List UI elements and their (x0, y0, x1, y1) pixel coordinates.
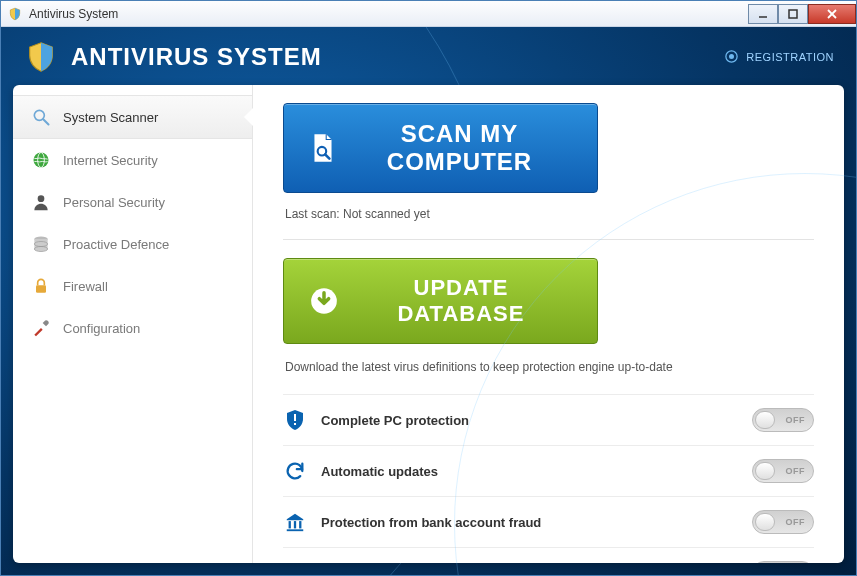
sidebar-item-internet-security[interactable]: Internet Security (13, 139, 252, 181)
stage-background: ANTIVIRUS SYSTEM REGISTRATION System Sca… (1, 27, 856, 575)
main-content: SCAN MY COMPUTER Last scan: Not scanned … (253, 85, 844, 563)
feature-row-auto-updates: Automatic updates OFF (283, 445, 814, 496)
magnifier-icon (31, 107, 51, 127)
bank-icon (283, 510, 307, 534)
shield-alert-icon (283, 408, 307, 432)
content-panel: System Scanner Internet Security Persona… (13, 85, 844, 563)
update-database-button[interactable]: UPDATE DATABASE (283, 258, 598, 344)
globe-icon (31, 150, 51, 170)
feature-toggle[interactable]: OFF (752, 459, 814, 483)
feature-row-bank-fraud: Protection from bank account fraud OFF (283, 496, 814, 547)
svg-rect-19 (294, 423, 296, 425)
lock-icon (31, 276, 51, 296)
svg-line-7 (44, 120, 49, 125)
feature-label: Complete PC protection (321, 413, 469, 428)
svg-rect-18 (294, 414, 296, 421)
feature-toggle[interactable]: OFF (752, 408, 814, 432)
toggle-knob (755, 513, 775, 531)
svg-rect-20 (287, 529, 304, 531)
feature-toggle[interactable]: OFF (752, 510, 814, 534)
tools-icon (31, 318, 51, 338)
sidebar-item-label: Personal Security (63, 195, 165, 210)
update-button-label: UPDATE DATABASE (351, 275, 571, 327)
database-icon (31, 234, 51, 254)
app-shield-icon (7, 6, 23, 22)
registration-label: REGISTRATION (746, 51, 834, 63)
close-button[interactable] (808, 4, 856, 24)
feature-label: Protection from bank account fraud (321, 515, 541, 530)
feature-row-complete-protection: Complete PC protection OFF (283, 394, 814, 445)
sidebar-item-label: System Scanner (63, 110, 158, 125)
toggle-knob (755, 462, 775, 480)
toggle-knob (755, 411, 775, 429)
person-icon (31, 192, 51, 212)
svg-point-8 (34, 153, 49, 168)
window-title: Antivirus System (29, 7, 118, 21)
svg-point-10 (38, 195, 45, 202)
feature-row-self-protection: Self-protection from malware OFF (283, 547, 814, 563)
svg-rect-1 (789, 10, 797, 18)
scan-computer-button[interactable]: SCAN MY COMPUTER (283, 103, 598, 193)
sidebar-item-label: Proactive Defence (63, 237, 169, 252)
sidebar-item-firewall[interactable]: Firewall (13, 265, 252, 307)
registration-link[interactable]: REGISTRATION (724, 49, 834, 65)
sidebar-item-configuration[interactable]: Configuration (13, 307, 252, 349)
brand-shield-icon (23, 39, 59, 75)
document-search-icon (310, 131, 336, 165)
svg-rect-22 (294, 521, 296, 528)
sidebar-item-label: Firewall (63, 279, 108, 294)
sidebar-item-label: Internet Security (63, 153, 158, 168)
toggle-state: OFF (786, 415, 806, 425)
app-header: ANTIVIRUS SYSTEM REGISTRATION (23, 39, 834, 75)
sidebar-item-system-scanner[interactable]: System Scanner (13, 95, 252, 139)
sidebar: System Scanner Internet Security Persona… (13, 85, 253, 563)
toggle-state: OFF (786, 517, 806, 527)
sidebar-item-proactive-defence[interactable]: Proactive Defence (13, 223, 252, 265)
titlebar: Antivirus System (1, 1, 856, 27)
last-scan-status: Last scan: Not scanned yet (285, 207, 814, 221)
divider (283, 239, 814, 240)
window-controls (748, 4, 856, 24)
refresh-icon (283, 459, 307, 483)
update-description: Download the latest virus definitions to… (285, 360, 814, 374)
registration-icon (724, 49, 740, 65)
app-window: Antivirus System ANTIVIRUS SYSTEM REGIST… (0, 0, 857, 576)
sidebar-item-personal-security[interactable]: Personal Security (13, 181, 252, 223)
bug-icon (283, 561, 307, 563)
download-circle-icon (310, 284, 339, 318)
svg-rect-23 (299, 521, 301, 528)
brand-title: ANTIVIRUS SYSTEM (71, 43, 322, 71)
toggle-state: OFF (786, 466, 806, 476)
feature-toggle[interactable]: OFF (752, 561, 814, 563)
maximize-button[interactable] (778, 4, 808, 24)
feature-label: Automatic updates (321, 464, 438, 479)
scan-button-label: SCAN MY COMPUTER (348, 120, 571, 176)
svg-rect-14 (36, 285, 46, 293)
svg-rect-21 (289, 521, 291, 528)
minimize-button[interactable] (748, 4, 778, 24)
svg-point-5 (729, 54, 734, 59)
sidebar-item-label: Configuration (63, 321, 140, 336)
